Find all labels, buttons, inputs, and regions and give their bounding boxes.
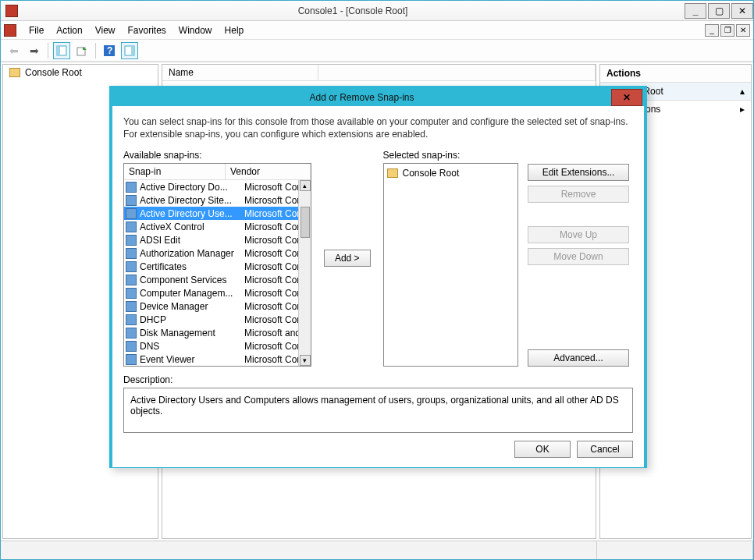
selected-root-item[interactable]: Console Root [387, 167, 515, 179]
snapin-name: Active Directory Site... [140, 195, 241, 206]
available-label: Available snap-ins: [123, 150, 311, 161]
snapin-row[interactable]: Event ViewerMicrosoft Cor... [124, 353, 311, 366]
selected-root-label: Console Root [403, 168, 460, 179]
add-button[interactable]: Add > [324, 250, 371, 267]
snapin-name: Computer Managem... [140, 288, 241, 299]
snapin-icon [126, 341, 137, 352]
chevron-right-icon: ▸ [740, 104, 745, 115]
statusbar [1, 541, 753, 559]
snapin-name: ActiveX Control [140, 222, 241, 232]
snapin-icon [126, 261, 137, 272]
snapin-row[interactable]: Active Directory Site...Microsoft Cor... [124, 193, 311, 207]
snapin-name: Event Viewer [140, 354, 241, 365]
edit-extensions-button[interactable]: Edit Extensions... [528, 164, 629, 181]
ok-button[interactable]: OK [514, 441, 571, 458]
svg-rect-1 [57, 46, 60, 55]
snapin-icon [126, 208, 137, 219]
snapin-icon [126, 354, 137, 365]
snapin-icon [126, 288, 137, 299]
snapin-name: Device Manager [140, 301, 241, 312]
folder-icon [387, 168, 398, 178]
snapin-row[interactable]: Device ManagerMicrosoft Cor... [124, 299, 311, 313]
snapin-name: Component Services [140, 275, 241, 285]
snapin-row[interactable]: Active Directory Do...Microsoft Cor... [124, 180, 311, 193]
dialog-intro-text: You can select snap-ins for this console… [123, 115, 633, 140]
snapin-icon [126, 195, 137, 206]
snapin-icon [126, 275, 137, 285]
show-hide-action-pane-button[interactable] [121, 42, 138, 59]
menu-view[interactable]: View [89, 23, 122, 37]
minimize-button[interactable]: _ [685, 3, 706, 19]
close-button[interactable]: ✕ [731, 3, 753, 19]
snapin-name: Disk Management [140, 328, 241, 338]
snapin-name: DNS [140, 341, 241, 352]
snapin-row[interactable]: Disk ManagementMicrosoft and... [124, 326, 311, 339]
remove-button[interactable]: Remove [528, 186, 629, 203]
selected-snapins-list[interactable]: Console Root [383, 163, 519, 367]
collapse-icon[interactable]: ▴ [740, 86, 745, 97]
snapin-row[interactable]: CertificatesMicrosoft Cor... [124, 260, 311, 273]
snapin-row[interactable]: DHCPMicrosoft Cor... [124, 313, 311, 326]
back-button[interactable]: ⬅ [5, 42, 23, 59]
snapin-icon [126, 222, 137, 232]
column-header-blank[interactable] [318, 65, 596, 80]
description-box: Active Directory Users and Computers all… [123, 388, 633, 433]
mdi-icon [4, 24, 16, 37]
available-snapins-list[interactable]: Snap-in Vendor Active Directory Do...Mic… [123, 163, 311, 367]
titlebar[interactable]: Console1 - [Console Root] _ ▢ ✕ [1, 1, 753, 21]
dialog-titlebar[interactable]: Add or Remove Snap-ins ✕ [112, 89, 644, 106]
maximize-button[interactable]: ▢ [708, 3, 730, 19]
svg-rect-6 [131, 46, 134, 55]
scroll-down-button[interactable]: ▾ [300, 355, 311, 366]
scroll-up-button[interactable]: ▴ [300, 180, 311, 191]
window-title: Console1 - [Console Root] [23, 5, 683, 16]
mdi-restore[interactable]: ❐ [720, 24, 734, 37]
snapin-name: Active Directory Do... [140, 182, 241, 193]
add-remove-snapins-dialog: Add or Remove Snap-ins ✕ You can select … [109, 86, 647, 468]
menubar: File Action View Favorites Window Help _… [1, 21, 753, 40]
export-list-button[interactable] [73, 42, 91, 59]
mdi-minimize[interactable]: _ [705, 24, 719, 37]
snapin-icon [126, 328, 137, 338]
col-header-snapin[interactable]: Snap-in [124, 164, 226, 179]
menu-favorites[interactable]: Favorites [122, 23, 172, 37]
toolbar: ⬅ ➡ ? [1, 40, 753, 62]
show-hide-tree-button[interactable] [53, 42, 70, 59]
move-down-button[interactable]: Move Down [528, 248, 629, 265]
scroll-thumb[interactable] [301, 207, 310, 238]
snapin-row[interactable]: Authorization ManagerMicrosoft Cor... [124, 246, 311, 260]
advanced-button[interactable]: Advanced... [528, 349, 629, 367]
menu-action[interactable]: Action [50, 23, 88, 37]
column-header-name[interactable]: Name [162, 65, 318, 80]
snapin-icon [126, 182, 137, 193]
svg-text:?: ? [107, 45, 112, 56]
menu-help[interactable]: Help [219, 23, 251, 37]
move-up-button[interactable]: Move Up [528, 226, 629, 243]
col-header-vendor[interactable]: Vendor [226, 164, 311, 179]
mdi-close[interactable]: ✕ [736, 24, 750, 37]
cancel-button[interactable]: Cancel [577, 441, 633, 458]
snapin-name: ADSI Edit [140, 235, 241, 246]
help-button[interactable]: ? [101, 42, 118, 59]
dialog-close-button[interactable]: ✕ [611, 89, 642, 106]
tree-root-item[interactable]: Console Root [3, 65, 158, 80]
snapin-row[interactable]: Component ServicesMicrosoft Cor... [124, 273, 311, 286]
snapin-name: Authorization Manager [140, 248, 241, 259]
menu-file[interactable]: File [23, 23, 50, 37]
snapin-name: Certificates [140, 261, 241, 272]
forward-button[interactable]: ➡ [26, 42, 43, 59]
snapin-name: DHCP [140, 314, 241, 325]
snapin-row[interactable]: DNSMicrosoft Cor... [124, 339, 311, 353]
snapin-row[interactable]: Computer Managem...Microsoft Cor... [124, 286, 311, 299]
snapin-row[interactable]: ActiveX ControlMicrosoft Cor... [124, 220, 311, 233]
app-icon [5, 5, 18, 17]
scrollbar[interactable]: ▴ ▾ [298, 180, 311, 366]
snapin-icon [126, 248, 137, 259]
description-label: Description: [123, 374, 633, 385]
folder-icon [9, 68, 20, 77]
menu-window[interactable]: Window [172, 23, 219, 37]
snapin-row[interactable]: ADSI EditMicrosoft Cor... [124, 233, 311, 246]
snapin-row[interactable]: Active Directory Use...Microsoft Cor... [124, 207, 311, 220]
snapin-icon [126, 301, 137, 312]
tree-root-label: Console Root [25, 67, 82, 78]
